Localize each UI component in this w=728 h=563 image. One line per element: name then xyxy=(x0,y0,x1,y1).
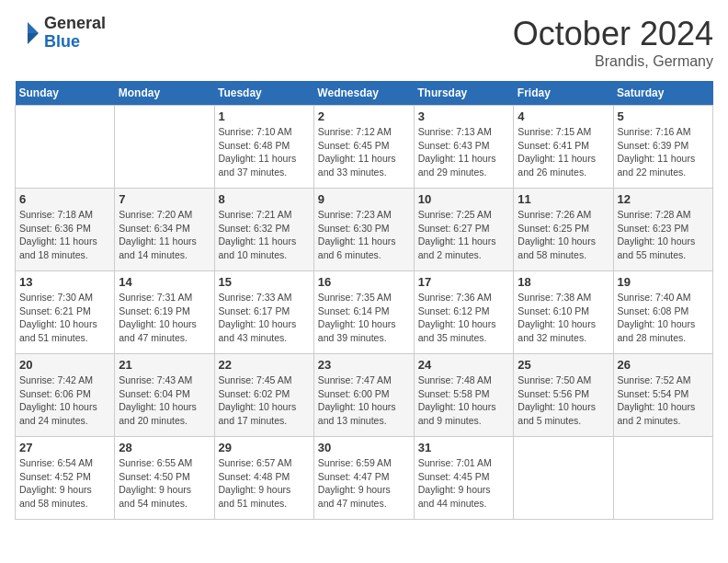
cell-info: Sunrise: 7:01 AM Sunset: 4:45 PM Dayligh… xyxy=(418,456,510,511)
cell-info: Sunrise: 7:52 AM Sunset: 5:54 PM Dayligh… xyxy=(618,373,710,428)
cell-info: Sunrise: 7:30 AM Sunset: 6:21 PM Dayligh… xyxy=(19,291,110,345)
cell-info: Sunrise: 7:13 AM Sunset: 6:43 PM Dayligh… xyxy=(418,125,510,179)
day-number: 25 xyxy=(518,358,609,372)
calendar-cell: 29Sunrise: 6:57 AM Sunset: 4:48 PM Dayli… xyxy=(214,437,313,520)
header: General Blue October 2024 Brandis, Germa… xyxy=(15,15,713,70)
calendar-cell: 6Sunrise: 7:18 AM Sunset: 6:36 PM Daylig… xyxy=(16,189,115,271)
cell-info: Sunrise: 7:31 AM Sunset: 6:19 PM Dayligh… xyxy=(119,291,210,345)
calendar-cell: 27Sunrise: 6:54 AM Sunset: 4:52 PM Dayli… xyxy=(16,437,115,520)
day-number: 2 xyxy=(318,109,410,123)
weekday-header-tuesday: Tuesday xyxy=(214,81,313,106)
cell-info: Sunrise: 7:25 AM Sunset: 6:27 PM Dayligh… xyxy=(418,208,510,262)
cell-info: Sunrise: 7:38 AM Sunset: 6:10 PM Dayligh… xyxy=(518,291,609,345)
calendar-cell: 3Sunrise: 7:13 AM Sunset: 6:43 PM Daylig… xyxy=(414,106,514,189)
calendar-cell: 12Sunrise: 7:28 AM Sunset: 6:23 PM Dayli… xyxy=(613,189,713,271)
day-number: 12 xyxy=(618,192,710,206)
day-number: 26 xyxy=(618,358,710,372)
day-number: 17 xyxy=(418,275,510,289)
day-number: 10 xyxy=(418,192,510,206)
cell-info: Sunrise: 7:20 AM Sunset: 6:34 PM Dayligh… xyxy=(119,208,210,262)
logo: General Blue xyxy=(15,15,106,52)
day-number: 20 xyxy=(19,358,110,372)
calendar-cell: 25Sunrise: 7:50 AM Sunset: 5:56 PM Dayli… xyxy=(514,354,613,437)
day-number: 3 xyxy=(418,109,510,123)
calendar-cell: 1Sunrise: 7:10 AM Sunset: 6:48 PM Daylig… xyxy=(214,106,313,189)
cell-info: Sunrise: 7:35 AM Sunset: 6:14 PM Dayligh… xyxy=(318,291,410,345)
calendar-week-row: 1Sunrise: 7:10 AM Sunset: 6:48 PM Daylig… xyxy=(16,106,713,189)
calendar-cell: 2Sunrise: 7:12 AM Sunset: 6:45 PM Daylig… xyxy=(313,106,414,189)
calendar-cell xyxy=(613,437,713,520)
day-number: 14 xyxy=(119,275,210,289)
calendar-cell: 26Sunrise: 7:52 AM Sunset: 5:54 PM Dayli… xyxy=(613,354,713,437)
calendar-cell: 4Sunrise: 7:15 AM Sunset: 6:41 PM Daylig… xyxy=(514,106,613,189)
calendar-week-row: 13Sunrise: 7:30 AM Sunset: 6:21 PM Dayli… xyxy=(16,271,713,354)
day-number: 23 xyxy=(318,358,410,372)
day-number: 21 xyxy=(119,358,210,372)
calendar-cell: 19Sunrise: 7:40 AM Sunset: 6:08 PM Dayli… xyxy=(613,271,713,354)
weekday-header-wednesday: Wednesday xyxy=(313,81,414,106)
calendar-cell: 8Sunrise: 7:21 AM Sunset: 6:32 PM Daylig… xyxy=(214,189,313,271)
location-title: Brandis, Germany xyxy=(513,53,713,70)
day-number: 11 xyxy=(518,192,609,206)
weekday-header-sunday: Sunday xyxy=(16,81,115,106)
weekday-header-thursday: Thursday xyxy=(414,81,514,106)
cell-info: Sunrise: 7:47 AM Sunset: 6:00 PM Dayligh… xyxy=(318,373,410,428)
calendar-cell: 28Sunrise: 6:55 AM Sunset: 4:50 PM Dayli… xyxy=(115,437,214,520)
calendar-cell: 7Sunrise: 7:20 AM Sunset: 6:34 PM Daylig… xyxy=(115,189,214,271)
weekday-header-row: SundayMondayTuesdayWednesdayThursdayFrid… xyxy=(16,81,713,106)
calendar-cell: 9Sunrise: 7:23 AM Sunset: 6:30 PM Daylig… xyxy=(313,189,414,271)
day-number: 31 xyxy=(418,441,510,454)
calendar-cell xyxy=(514,437,613,520)
calendar-cell: 5Sunrise: 7:16 AM Sunset: 6:39 PM Daylig… xyxy=(613,106,713,189)
month-title: October 2024 xyxy=(513,15,713,53)
day-number: 22 xyxy=(219,358,310,372)
calendar-cell xyxy=(16,106,115,189)
calendar-cell: 21Sunrise: 7:43 AM Sunset: 6:04 PM Dayli… xyxy=(115,354,214,437)
svg-marker-0 xyxy=(28,22,39,33)
calendar-cell: 17Sunrise: 7:36 AM Sunset: 6:12 PM Dayli… xyxy=(414,271,514,354)
calendar-cell: 10Sunrise: 7:25 AM Sunset: 6:27 PM Dayli… xyxy=(414,189,514,271)
calendar-cell: 18Sunrise: 7:38 AM Sunset: 6:10 PM Dayli… xyxy=(514,271,613,354)
day-number: 15 xyxy=(219,275,310,289)
cell-info: Sunrise: 7:28 AM Sunset: 6:23 PM Dayligh… xyxy=(618,208,710,262)
calendar-table: SundayMondayTuesdayWednesdayThursdayFrid… xyxy=(15,81,713,520)
calendar-cell xyxy=(115,106,214,189)
cell-info: Sunrise: 7:48 AM Sunset: 5:58 PM Dayligh… xyxy=(418,373,510,428)
calendar-cell: 15Sunrise: 7:33 AM Sunset: 6:17 PM Dayli… xyxy=(214,271,313,354)
day-number: 19 xyxy=(618,275,710,289)
cell-info: Sunrise: 7:36 AM Sunset: 6:12 PM Dayligh… xyxy=(418,291,510,345)
day-number: 4 xyxy=(518,109,609,123)
cell-info: Sunrise: 7:21 AM Sunset: 6:32 PM Dayligh… xyxy=(219,208,310,262)
calendar-cell: 22Sunrise: 7:45 AM Sunset: 6:02 PM Dayli… xyxy=(214,354,313,437)
cell-info: Sunrise: 7:45 AM Sunset: 6:02 PM Dayligh… xyxy=(219,373,310,428)
calendar-cell: 14Sunrise: 7:31 AM Sunset: 6:19 PM Dayli… xyxy=(115,271,214,354)
day-number: 7 xyxy=(119,192,210,206)
cell-info: Sunrise: 7:12 AM Sunset: 6:45 PM Dayligh… xyxy=(318,125,410,179)
cell-info: Sunrise: 7:42 AM Sunset: 6:06 PM Dayligh… xyxy=(19,373,110,428)
weekday-header-friday: Friday xyxy=(514,81,613,106)
day-number: 9 xyxy=(318,192,410,206)
logo-blue-text: Blue xyxy=(44,33,106,52)
calendar-cell: 20Sunrise: 7:42 AM Sunset: 6:06 PM Dayli… xyxy=(16,354,115,437)
day-number: 13 xyxy=(19,275,110,289)
cell-info: Sunrise: 7:43 AM Sunset: 6:04 PM Dayligh… xyxy=(119,373,210,428)
day-number: 29 xyxy=(219,441,310,454)
calendar-week-row: 6Sunrise: 7:18 AM Sunset: 6:36 PM Daylig… xyxy=(16,189,713,271)
cell-info: Sunrise: 7:15 AM Sunset: 6:41 PM Dayligh… xyxy=(518,125,609,179)
day-number: 8 xyxy=(219,192,310,206)
calendar-cell: 16Sunrise: 7:35 AM Sunset: 6:14 PM Dayli… xyxy=(313,271,414,354)
calendar-cell: 11Sunrise: 7:26 AM Sunset: 6:25 PM Dayli… xyxy=(514,189,613,271)
svg-marker-1 xyxy=(28,33,39,44)
day-number: 28 xyxy=(119,441,210,454)
cell-info: Sunrise: 7:33 AM Sunset: 6:17 PM Dayligh… xyxy=(219,291,310,345)
cell-info: Sunrise: 6:59 AM Sunset: 4:47 PM Dayligh… xyxy=(318,456,410,511)
day-number: 1 xyxy=(219,109,310,123)
calendar-cell: 13Sunrise: 7:30 AM Sunset: 6:21 PM Dayli… xyxy=(16,271,115,354)
calendar-cell: 31Sunrise: 7:01 AM Sunset: 4:45 PM Dayli… xyxy=(414,437,514,520)
title-area: October 2024 Brandis, Germany xyxy=(513,15,713,70)
calendar-week-row: 20Sunrise: 7:42 AM Sunset: 6:06 PM Dayli… xyxy=(16,354,713,437)
calendar-cell: 30Sunrise: 6:59 AM Sunset: 4:47 PM Dayli… xyxy=(313,437,414,520)
cell-info: Sunrise: 6:55 AM Sunset: 4:50 PM Dayligh… xyxy=(119,456,210,511)
day-number: 5 xyxy=(618,109,710,123)
weekday-header-monday: Monday xyxy=(115,81,214,106)
